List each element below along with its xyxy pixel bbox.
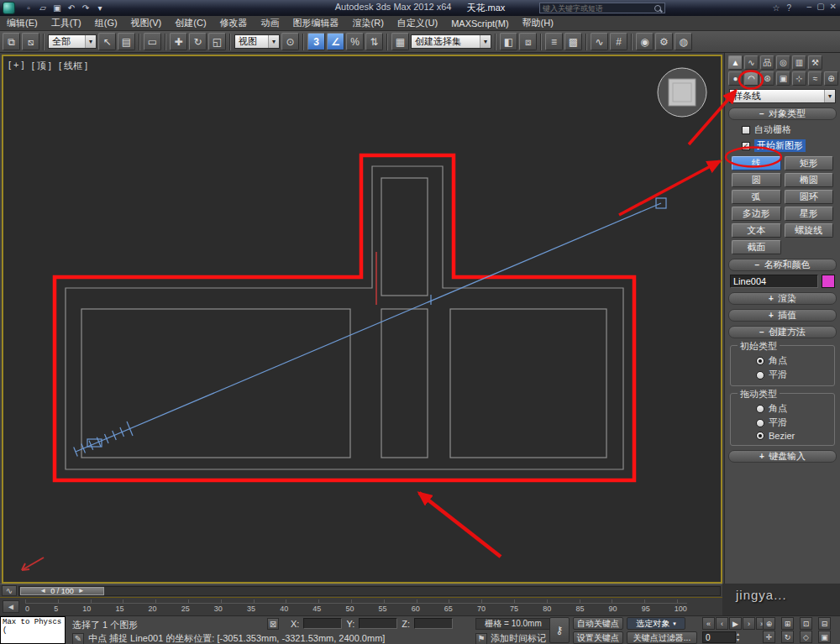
- previous-frame-icon[interactable]: ‹: [716, 617, 728, 630]
- radio-initial-smooth[interactable]: 平滑: [756, 369, 831, 381]
- minimize-button[interactable]: –: [807, 2, 812, 11]
- line-button[interactable]: 线: [732, 156, 781, 170]
- move-icon[interactable]: ✚: [170, 33, 187, 50]
- play-icon[interactable]: ▶: [729, 617, 742, 630]
- chevron-down-icon[interactable]: ▾: [85, 35, 96, 48]
- reference-coordinate-dropdown[interactable]: 视图 ▾: [234, 34, 280, 49]
- tab-hierarchy-icon[interactable]: 品: [760, 55, 774, 70]
- selection-filter-dropdown[interactable]: 全部 ▾: [48, 34, 97, 49]
- tab-motion-icon[interactable]: ◎: [776, 55, 790, 70]
- viewport-general-menu[interactable]: [ + ]: [8, 60, 24, 72]
- layer-manager-icon[interactable]: ≡: [545, 33, 563, 50]
- category-systems-icon[interactable]: ⊕: [824, 71, 838, 86]
- search-icon[interactable]: [654, 5, 661, 12]
- menu-item[interactable]: 自定义(U): [391, 16, 444, 30]
- menu-item[interactable]: 工具(T): [45, 16, 88, 30]
- spinner-up-icon[interactable]: ▴: [737, 631, 739, 637]
- rollout-keyboard-entry[interactable]: + 键盘输入: [728, 450, 837, 463]
- align-icon[interactable]: ⧈: [519, 33, 537, 50]
- chevron-down-icon[interactable]: ▾: [824, 90, 835, 102]
- save-file-icon[interactable]: ▣: [51, 3, 63, 14]
- menu-item[interactable]: MAXScript(M): [444, 16, 515, 30]
- fov-icon[interactable]: ◇: [800, 631, 812, 643]
- selection-lock-icon[interactable]: ⊠: [267, 618, 279, 630]
- use-pivot-point-icon[interactable]: ⊙: [281, 33, 299, 50]
- frame-forward-icon[interactable]: ►: [78, 587, 85, 594]
- named-selection-dropdown[interactable]: 创建选择集 ▾: [411, 34, 491, 49]
- donut-button[interactable]: 圆环: [785, 190, 834, 204]
- track-bar[interactable]: ◄ 05101520253035404550556065707580859095…: [0, 597, 722, 615]
- floorplan-red-outline[interactable]: [55, 155, 634, 480]
- ellipse-button[interactable]: 椭圆: [785, 173, 834, 187]
- chevron-down-icon[interactable]: ▾: [268, 35, 279, 48]
- autogrid-checkbox[interactable]: [742, 126, 750, 134]
- zoom-all-icon[interactable]: ⊞: [781, 617, 794, 630]
- current-frame-field[interactable]: [702, 631, 736, 643]
- search-input[interactable]: [540, 4, 654, 13]
- category-helpers-icon[interactable]: ⊹: [792, 71, 806, 86]
- radio-drag-corner[interactable]: 角点: [756, 402, 831, 415]
- select-region-icon[interactable]: ▭: [144, 33, 161, 50]
- auto-key-button[interactable]: 自动关键点: [573, 617, 623, 630]
- tab-create-icon[interactable]: ▲: [728, 55, 743, 70]
- menu-item[interactable]: 组(G): [88, 16, 124, 30]
- set-key-button[interactable]: 设置关键点: [573, 631, 623, 644]
- material-editor-icon[interactable]: ◉: [636, 33, 654, 50]
- select-and-link-icon[interactable]: ⧉: [3, 33, 20, 50]
- frame-spinner[interactable]: ▴ ▾: [737, 631, 739, 643]
- rollout-object-type[interactable]: − 对象类型: [728, 107, 837, 120]
- object-name-field[interactable]: [730, 275, 818, 288]
- snaps-toggle-icon[interactable]: 3: [307, 33, 325, 50]
- redo-icon[interactable]: ↷: [80, 3, 92, 14]
- close-button[interactable]: ✕: [830, 2, 837, 11]
- curve-editor-icon[interactable]: ∿: [591, 33, 608, 50]
- add-time-tag[interactable]: ⚑ 添加时间标记: [475, 632, 546, 644]
- tab-utilities-icon[interactable]: ⚒: [808, 55, 822, 70]
- unlink-selection-icon[interactable]: ⧅: [22, 33, 39, 50]
- radio-drag-bezier[interactable]: Bezier: [756, 431, 831, 441]
- menu-item[interactable]: 图形编辑器: [286, 16, 346, 30]
- qat-dropdown-icon[interactable]: ▾: [94, 3, 106, 14]
- zoom-region-icon[interactable]: ⊟: [818, 617, 831, 630]
- menu-item[interactable]: 修改器: [213, 16, 255, 30]
- menu-item[interactable]: 帮助(H): [516, 16, 560, 30]
- spinner-down-icon[interactable]: ▾: [737, 637, 739, 643]
- zoom-extents-icon[interactable]: ⊡: [800, 617, 812, 630]
- zoom-icon[interactable]: ⊕: [763, 617, 775, 630]
- render-production-icon[interactable]: ◍: [675, 33, 692, 50]
- maximize-viewport-icon[interactable]: ▣: [818, 631, 831, 643]
- viewcube[interactable]: [658, 68, 706, 117]
- viewport-pov-label[interactable]: [ 顶 ]: [32, 60, 51, 72]
- help-icon[interactable]: ?: [786, 3, 791, 13]
- menu-item[interactable]: 动画: [255, 16, 286, 30]
- shape-category-dropdown[interactable]: 样条线 ▾: [729, 89, 836, 103]
- undo-icon[interactable]: ↶: [66, 3, 77, 14]
- rollout-interpolation[interactable]: + 插值: [728, 309, 837, 322]
- open-mini-curve-editor-button[interactable]: ∿: [2, 585, 17, 596]
- select-object-icon[interactable]: ↖: [98, 33, 116, 50]
- help-search-box[interactable]: [539, 3, 665, 13]
- category-shapes-icon[interactable]: ◠: [744, 71, 759, 86]
- y-coordinate-field[interactable]: [359, 618, 397, 629]
- app-logo-icon[interactable]: [3, 2, 15, 14]
- set-keys-button[interactable]: ⚷: [549, 617, 570, 643]
- maxscript-mini-listener[interactable]: Max to Physcs (: [0, 616, 66, 644]
- radio-drag-smooth[interactable]: 平滑: [756, 416, 831, 429]
- viewport-shading-label[interactable]: [ 线框 ]: [59, 60, 87, 72]
- helix-button[interactable]: 螺旋线: [785, 223, 834, 238]
- scale-icon[interactable]: ◱: [208, 33, 226, 50]
- arc-button[interactable]: 弧: [732, 190, 781, 204]
- start-new-shape-checkbox[interactable]: [742, 142, 750, 150]
- rotate-icon[interactable]: ↻: [189, 33, 207, 50]
- star-button[interactable]: 星形: [785, 207, 834, 221]
- menu-item[interactable]: 创建(C): [168, 16, 213, 30]
- schematic-view-icon[interactable]: #: [610, 33, 627, 50]
- radio-initial-corner[interactable]: 角点: [756, 354, 831, 367]
- render-setup-icon[interactable]: ⚙: [655, 33, 673, 50]
- rollout-creation-method[interactable]: − 创建方法: [728, 326, 837, 338]
- frame-back-icon[interactable]: ◄: [39, 587, 46, 594]
- select-by-name-icon[interactable]: ▤: [118, 33, 135, 50]
- section-button[interactable]: 截面: [732, 240, 781, 254]
- open-file-icon[interactable]: ▱: [37, 3, 49, 14]
- x-coordinate-field[interactable]: [303, 618, 342, 629]
